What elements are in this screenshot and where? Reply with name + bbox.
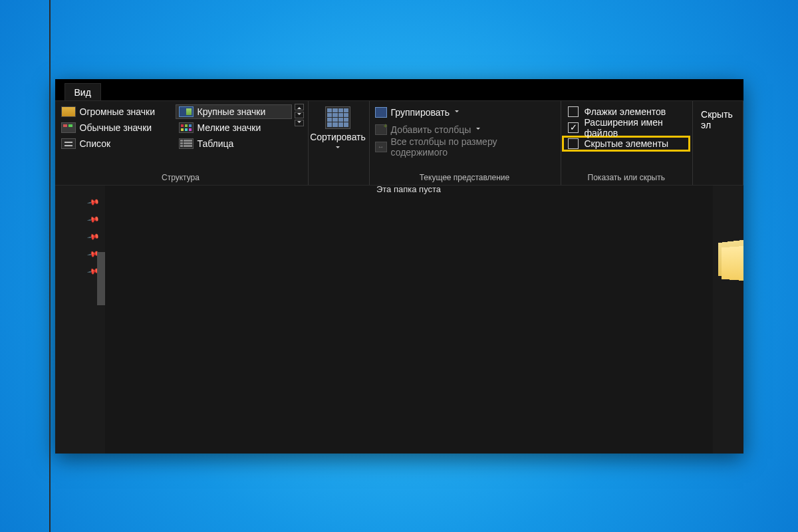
checkbox-checked-icon	[568, 122, 579, 133]
ribbon-tabs: Вид	[55, 79, 743, 100]
layout-label: Список	[80, 138, 111, 149]
checkbox-icon	[568, 106, 579, 117]
group-layout: Огромные значки Крупные значки Обычные з…	[55, 101, 309, 185]
layout-label: Огромные значки	[80, 106, 156, 117]
ribbon: Огромные значки Крупные значки Обычные з…	[55, 100, 743, 186]
list-icon	[61, 138, 76, 149]
nav-scrollbar[interactable]	[97, 252, 105, 305]
layout-table[interactable]: Таблица	[176, 136, 292, 151]
details-icon	[179, 138, 194, 149]
group-hide-selected: Скрыть эл	[693, 101, 743, 185]
group-label: Текущее представление	[372, 170, 557, 182]
group-sort: Сортировать	[309, 101, 370, 185]
preview-pane	[713, 186, 743, 454]
content-area: 📌 📌 📌 📌 📌 Эта папка пуста	[55, 186, 743, 454]
size-columns-icon	[375, 142, 387, 152]
layout-label: Таблица	[198, 138, 234, 149]
size-all-columns-button[interactable]: Все столбцы по размеру содержимого	[372, 138, 557, 156]
pin-icon: 📌	[86, 212, 100, 225]
explorer-window: Вид Огромные значки Крупные значки	[55, 79, 743, 454]
group-label: Структура	[58, 170, 304, 182]
group-by-icon	[375, 107, 387, 118]
large-icons-icon	[179, 106, 194, 117]
group-label: Показать или скрыть	[564, 170, 688, 182]
chevron-down-icon	[336, 146, 340, 150]
empty-folder-message: Эта папка пуста	[376, 184, 441, 194]
huge-icons-icon	[61, 106, 76, 117]
small-icons-icon	[179, 122, 194, 133]
add-columns-icon	[375, 124, 387, 135]
layout-label: Крупные значки	[198, 106, 266, 117]
gallery-up-button[interactable]	[295, 104, 304, 110]
gallery-more-button[interactable]	[295, 120, 304, 126]
group-show-hide: Флажки элементов Расширения имен файлов …	[561, 101, 693, 185]
add-columns-label: Добавить столбцы	[391, 124, 471, 135]
toggle-label: Расширения имен файлов	[584, 117, 684, 138]
toggle-label: Скрытые элементы	[584, 138, 668, 149]
group-current-view: Группировать Добавить столбцы Все столбц…	[370, 101, 562, 185]
layout-label: Обычные значки	[80, 122, 152, 133]
pin-icon: 📌	[86, 195, 100, 208]
folder-icon	[717, 241, 743, 280]
sort-label: Сортировать	[310, 132, 366, 142]
pin-icon: 📌	[86, 229, 100, 243]
group-by-button[interactable]: Группировать	[372, 104, 557, 121]
medium-icons-icon	[61, 122, 76, 133]
layout-medium-icons[interactable]: Обычные значки	[58, 120, 174, 136]
sort-button[interactable]: Сортировать	[306, 104, 370, 153]
toggle-label: Флажки элементов	[584, 106, 666, 117]
navigation-pane[interactable]: 📌 📌 📌 📌 📌	[55, 186, 105, 454]
size-all-label: Все столбцы по размеру содержимого	[391, 136, 555, 158]
chevron-down-icon	[476, 128, 480, 132]
sort-icon	[325, 106, 350, 129]
layout-label: Мелкие значки	[198, 122, 261, 133]
layout-list[interactable]: Список	[58, 136, 174, 152]
file-extensions-toggle[interactable]: Расширения имен файлов	[564, 120, 688, 136]
checkbox-icon	[568, 138, 579, 149]
hide-selected-button[interactable]: Скрыть эл	[696, 109, 738, 132]
group-by-label: Группировать	[391, 107, 450, 118]
folder-view[interactable]: Эта папка пуста	[105, 186, 713, 454]
layout-huge-icons[interactable]: Огромные значки	[58, 104, 174, 120]
chevron-down-icon	[455, 110, 459, 114]
layout-large-icons[interactable]: Крупные значки	[176, 104, 292, 119]
tab-view[interactable]: Вид	[65, 83, 101, 100]
layout-small-icons[interactable]: Мелкие значки	[176, 120, 292, 135]
layout-gallery-scroll	[295, 104, 304, 152]
gallery-down-button[interactable]	[295, 112, 304, 118]
